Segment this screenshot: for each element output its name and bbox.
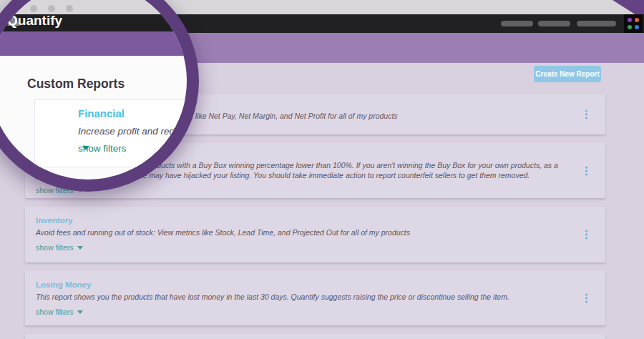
apps-grid-icon[interactable] xyxy=(624,14,643,33)
show-filters-toggle[interactable]: show filters xyxy=(78,146,89,150)
show-filters-toggle[interactable]: show filters xyxy=(36,243,83,252)
brand-logo: Quantify xyxy=(7,15,14,26)
brand-name: Quantify xyxy=(7,13,62,29)
lens-top-navbar: Quantify xyxy=(0,14,187,31)
chevron-down-icon xyxy=(77,310,83,314)
report-title[interactable]: Financial xyxy=(78,107,199,119)
show-filters-label: show filters xyxy=(36,243,74,252)
apps-dot-orange xyxy=(635,18,639,22)
apps-dot-blue xyxy=(635,25,639,29)
report-card-inventory: Inventory Avoid fees and running out of … xyxy=(25,207,605,262)
show-filters-toggle[interactable]: show filters xyxy=(36,308,83,316)
chevron-down-icon xyxy=(77,246,83,250)
kebab-menu-icon[interactable] xyxy=(583,228,590,242)
create-new-report-button[interactable]: Create New Report xyxy=(534,66,601,82)
nav-pill[interactable] xyxy=(577,21,616,26)
show-filters-label: show filters xyxy=(78,143,127,154)
nav-pill[interactable] xyxy=(538,21,570,26)
window-control-dot xyxy=(66,5,73,12)
kebab-menu-icon[interactable] xyxy=(583,107,590,121)
report-card-losing-money: Losing Money This report shows you the p… xyxy=(25,271,605,325)
report-description: Increase profit and reduce losses: View … xyxy=(78,126,199,137)
show-filters-label: show filters xyxy=(36,308,74,316)
window-control-dot xyxy=(30,5,37,12)
report-card-partial xyxy=(25,334,605,339)
kebab-menu-icon[interactable] xyxy=(583,292,590,305)
report-description: This report shows you the products that … xyxy=(36,292,562,302)
apps-dot-purple xyxy=(628,18,632,22)
lens-header-band xyxy=(0,31,187,56)
apps-dot-green xyxy=(628,25,632,29)
page-title: Custom Reports xyxy=(27,77,125,92)
report-title[interactable]: Inventory xyxy=(36,216,562,225)
report-title[interactable]: Losing Money xyxy=(36,280,562,289)
kebab-menu-icon[interactable] xyxy=(583,164,590,177)
nav-pill[interactable] xyxy=(501,21,533,26)
report-description: Avoid fees and running out of stock: Vie… xyxy=(36,227,562,237)
window-control-dot xyxy=(48,5,55,12)
